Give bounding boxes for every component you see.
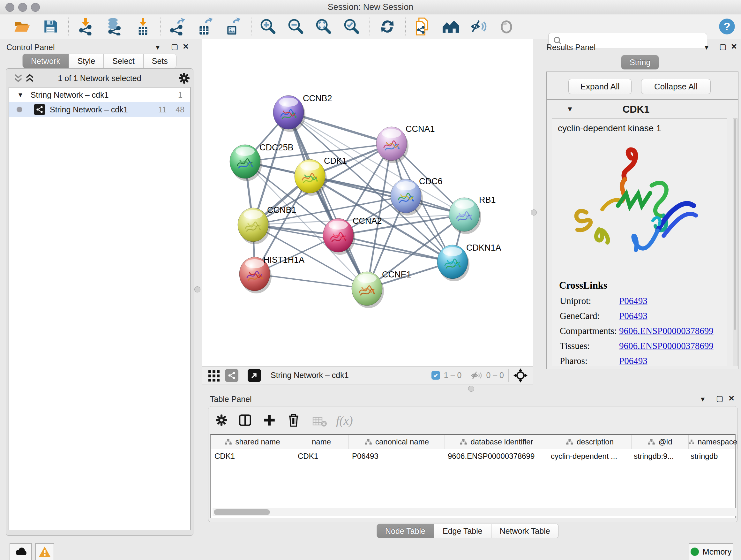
help-button[interactable]: ?: [718, 17, 737, 36]
column-header-shared-name[interactable]: shared name: [211, 435, 294, 449]
open-session-button[interactable]: [12, 17, 31, 36]
zoom-in-button[interactable]: [259, 17, 278, 36]
results-tab-string[interactable]: String: [621, 55, 659, 70]
hidden-eye-icon: [471, 371, 483, 380]
import-table-button[interactable]: [133, 17, 152, 36]
crosslink-link[interactable]: P06493: [619, 296, 648, 306]
column-header-database-identifier[interactable]: database identifier: [445, 435, 548, 449]
network-node-label: CCNB1: [267, 205, 296, 215]
birdseye-grid-icon[interactable]: [208, 369, 220, 382]
control-panel-tabs: NetworkStyleSelectSets: [22, 54, 177, 68]
zoom-fit-button[interactable]: [314, 17, 333, 36]
refresh-view-button[interactable]: [378, 17, 397, 36]
node-description: cyclin-dependent kinase 1: [558, 123, 727, 133]
import-network-button[interactable]: [76, 17, 95, 36]
results-panel-float-button[interactable]: ▢: [719, 43, 727, 51]
expand-all-button[interactable]: Expand All: [568, 79, 631, 94]
scrollbar-thumb[interactable]: [214, 509, 270, 515]
shared-column-icon: [566, 438, 574, 445]
fit-selected-target-icon[interactable]: [513, 368, 528, 383]
column-header-@id[interactable]: @id: [631, 435, 689, 449]
tab-network-table[interactable]: Network Table: [491, 523, 559, 538]
titlebar: Session: New Session: [0, 0, 741, 14]
network-row[interactable]: String Network – cdk1 11 48: [9, 102, 190, 117]
network-collection-row[interactable]: ▼ String Network – cdk1 1: [9, 87, 190, 102]
control-panel-float-button[interactable]: ▢: [171, 43, 179, 51]
west-splitter-handle[interactable]: [194, 287, 200, 293]
export-image-button[interactable]: [222, 17, 242, 36]
export-network-button[interactable]: [167, 17, 186, 36]
hide-selected-button[interactable]: [469, 17, 488, 36]
column-header-canonical-name[interactable]: canonical name: [349, 435, 445, 449]
table-cell: CDK1: [211, 449, 294, 463]
network-node-RB1[interactable]: RB1: [449, 195, 496, 234]
table-gear-icon[interactable]: [215, 414, 228, 427]
network-edge[interactable]: [338, 235, 453, 262]
create-column-plus-icon[interactable]: [263, 414, 276, 427]
zoom-out-button[interactable]: [286, 17, 306, 36]
column-header-description[interactable]: description: [548, 435, 631, 449]
string-panel-toggle[interactable]: [225, 369, 239, 382]
network-canvas[interactable]: CCNB2CCNA1CDC25BCDK1CDC6RB1CCNB1CCNA2CDK…: [202, 39, 533, 367]
delete-column-trash-icon[interactable]: [287, 413, 300, 428]
table-horizontal-scrollbar[interactable]: [212, 508, 737, 516]
network-node-CCNB1[interactable]: CCNB1: [238, 205, 296, 244]
table-panel-menu-button[interactable]: ▾: [701, 395, 704, 403]
tab-network[interactable]: Network: [22, 54, 69, 68]
crosslink-link[interactable]: P06493: [619, 311, 648, 321]
crosslink-link[interactable]: 9606.ENSP00000378699: [619, 341, 714, 351]
results-panel-close-button[interactable]: ✕: [731, 43, 737, 51]
east-splitter-handle[interactable]: [531, 209, 537, 215]
column-header-label: description: [577, 437, 614, 446]
network-node-CDK1[interactable]: CDK1: [294, 156, 347, 196]
table-panel-close-button[interactable]: ✕: [728, 395, 735, 402]
warnings-button[interactable]: [35, 543, 54, 560]
network-node-count: 11: [158, 105, 166, 114]
tab-node-table[interactable]: Node Table: [377, 523, 434, 538]
table-panel-float-button[interactable]: ▢: [716, 395, 724, 402]
first-neighbors-button[interactable]: [412, 17, 431, 36]
zoom-selected-button[interactable]: [342, 17, 361, 36]
status-bar: Memory: [0, 541, 741, 560]
network-node-CDKN1A[interactable]: CDKN1A: [437, 243, 501, 281]
export-table-button[interactable]: [195, 17, 214, 36]
tree-expander-icon[interactable]: ▼: [17, 91, 23, 99]
cloud-button[interactable]: [10, 543, 32, 560]
crosslink-row: Uniprot:P06493: [560, 296, 727, 306]
collapse-all-button[interactable]: Collapse All: [641, 79, 711, 94]
open-in-browser-button[interactable]: [248, 369, 261, 382]
string-home-button[interactable]: [441, 17, 460, 36]
show-columns-icon[interactable]: [239, 414, 252, 427]
table-row[interactable]: CDK1CDK1P064939606.ENSP00000378699cyclin…: [211, 449, 735, 463]
network-node-label: HIST1H1A: [263, 255, 305, 265]
selected-indicator-checkbox[interactable]: [431, 371, 440, 380]
shared-column-icon: [689, 438, 694, 445]
tab-sets[interactable]: Sets: [143, 54, 177, 68]
results-scrollbar[interactable]: [733, 118, 738, 366]
crosslink-link[interactable]: P06493: [619, 356, 648, 366]
gear-icon[interactable]: [178, 72, 191, 84]
control-panel-close-button[interactable]: ✕: [183, 43, 189, 51]
import-network-from-database-button[interactable]: [105, 17, 124, 36]
show-all-button[interactable]: [497, 17, 516, 36]
tab-edge-table[interactable]: Edge Table: [434, 523, 491, 538]
selected-nodes-edges-count: 1 – 0: [444, 371, 462, 380]
crosslink-label: Compartments:: [560, 326, 619, 336]
south-splitter-handle[interactable]: [468, 386, 474, 392]
zoom-out-icon: [287, 18, 305, 35]
save-session-button[interactable]: [41, 17, 60, 36]
control-panel-menu-button[interactable]: ▾: [156, 44, 159, 51]
network-tab-content: 1 of 1 Network selected ▼ String Network…: [6, 68, 193, 536]
crosslink-link[interactable]: 9606.ENSP00000378699: [619, 326, 714, 336]
column-header-name[interactable]: name: [294, 435, 349, 449]
network-node-CCNE1[interactable]: CCNE1: [352, 270, 411, 308]
network-node-CDC6[interactable]: CDC6: [391, 177, 443, 215]
crosslinks-title: CrossLinks: [559, 280, 727, 291]
network-node-HIST1H1A[interactable]: HIST1H1A: [239, 255, 305, 294]
results-panel-menu-button[interactable]: ▾: [704, 44, 709, 51]
tab-select[interactable]: Select: [104, 54, 143, 68]
memory-button[interactable]: Memory: [689, 543, 733, 560]
crosslink-row: Pharos:P06493: [560, 356, 727, 366]
tab-style[interactable]: Style: [69, 54, 104, 68]
column-header-namespace[interactable]: namespace: [689, 435, 738, 449]
